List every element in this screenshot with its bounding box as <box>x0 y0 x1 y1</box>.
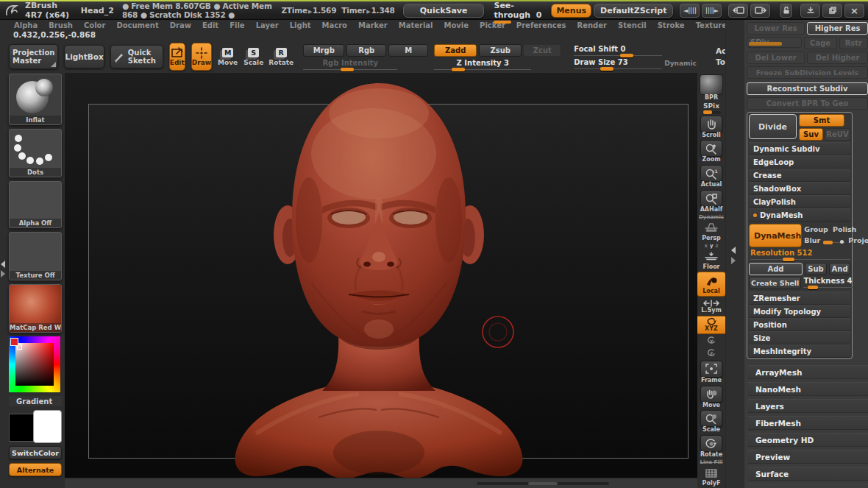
zscript-back-icon[interactable]: ◄|||| <box>680 4 700 18</box>
rotate-canvas-button[interactable]: Rotate <box>699 435 724 459</box>
rgb-intensity-slider[interactable]: Rgb Intensity <box>303 59 397 70</box>
menu-item[interactable]: Movie <box>439 21 475 29</box>
rgb-intensity-handle[interactable] <box>341 68 354 71</box>
menu-item[interactable]: File <box>224 21 250 29</box>
menus-button[interactable]: Menus <box>551 4 591 18</box>
zsub-button[interactable]: Zsub <box>479 44 522 57</box>
spix-handle[interactable] <box>702 111 721 114</box>
subpalette-header[interactable]: ShadowBox <box>749 182 850 195</box>
subpalette-header[interactable]: MeshIntegrity <box>749 344 850 358</box>
menu-item[interactable]: Stencil <box>613 21 652 29</box>
focal-shift-handle[interactable] <box>620 54 633 57</box>
and-mode-button[interactable]: And <box>829 263 850 275</box>
z-intensity-handle[interactable] <box>452 68 465 71</box>
subpalette-header[interactable]: ClayPolish <box>749 195 850 208</box>
polish-toggle[interactable]: Polish <box>833 225 856 233</box>
suv-toggle[interactable]: Suv <box>799 128 823 141</box>
current-texture-thumbnail[interactable]: Texture Off <box>9 232 62 280</box>
dynamesh-header[interactable]: DynaMesh <box>749 208 850 222</box>
canvas-scrollbar[interactable] <box>477 482 609 485</box>
right-tray-divider[interactable] <box>725 20 745 488</box>
zcut-button[interactable]: Zcut <box>524 45 561 56</box>
palette-header[interactable]: Deformation <box>748 484 868 488</box>
subpalette-header[interactable]: Size <box>749 331 850 344</box>
zscript-forward-icon[interactable]: ||||► <box>702 4 722 18</box>
menu-item[interactable]: Edit <box>197 21 224 29</box>
scale-canvas-button[interactable]: Scale <box>699 410 724 434</box>
rstr-button[interactable]: Rstr <box>839 37 868 49</box>
see-through-handle[interactable] <box>494 21 511 24</box>
aahalf-button[interactable]: AAHalf <box>699 190 724 213</box>
higher-res-button[interactable]: Higher Res <box>807 22 868 35</box>
switch-color-button[interactable]: SwitchColor <box>9 446 62 459</box>
actual-size-button[interactable]: :1 Actual <box>699 165 724 188</box>
menu-item[interactable]: Marker <box>353 21 394 29</box>
default-zscript-button[interactable]: DefaultZScript <box>594 4 673 18</box>
sdiv-slider[interactable]: SDiv <box>747 37 802 48</box>
del-higher-button[interactable]: Del Higher <box>807 52 868 64</box>
subpalette-header[interactable]: EdgeLoop <box>749 155 850 169</box>
freeze-subdivision-button[interactable]: Freeze SubDivision Levels <box>747 66 868 79</box>
dynamesh-button[interactable]: DynaMesh <box>749 224 802 247</box>
subpalette-header[interactable]: ZRemesher <box>749 291 850 305</box>
left-tray-toggle-icon[interactable] <box>728 4 748 18</box>
floor-axes[interactable]: xyz <box>704 244 718 249</box>
convert-bpr-button[interactable]: Convert BPR To Geo <box>747 97 868 110</box>
projection-master-button[interactable]: Projection Master <box>9 44 58 69</box>
current-alpha-thumbnail[interactable]: Alpha Off <box>9 181 62 228</box>
cage-button[interactable]: Cage <box>804 37 837 49</box>
reconstruct-subdiv-button[interactable]: Reconstruct Subdiv <box>747 82 868 95</box>
right-tray-toggle-icon[interactable] <box>750 4 770 18</box>
menu-item[interactable]: Macro <box>317 21 353 29</box>
resolution-slider[interactable]: Resolution 512 <box>750 249 850 260</box>
sculpt-model[interactable] <box>65 73 697 478</box>
dynamic-mode-label[interactable]: Dynamic <box>664 60 697 67</box>
menu-item[interactable]: Material <box>394 21 439 29</box>
menu-item[interactable]: Brush <box>43 21 79 29</box>
scroll-button[interactable]: Scroll <box>699 116 724 139</box>
zoom-button[interactable]: Zoom <box>699 140 724 163</box>
menu-item[interactable]: Render <box>572 21 613 29</box>
create-shell-button[interactable]: Create Shell <box>749 277 801 289</box>
scale-gyro-button[interactable]: S Scale <box>243 48 263 66</box>
menu-item[interactable]: Alpha <box>9 21 43 29</box>
palette-header[interactable]: Geometry HD <box>748 433 868 447</box>
lsym-button[interactable]: L.Sym <box>699 298 724 314</box>
polyframe-button[interactable]: Line Fill PolyF <box>699 460 724 487</box>
minimize-icon[interactable] <box>800 4 820 18</box>
floor-button[interactable]: xyz Floor <box>699 244 724 271</box>
menu-item[interactable]: Layer <box>251 21 285 29</box>
lower-res-button[interactable]: Lower Res <box>747 22 805 35</box>
group-toggle[interactable]: Group <box>804 225 828 233</box>
see-through-slider[interactable]: See-through 0 <box>489 1 546 20</box>
sub-mode-button[interactable]: Sub <box>805 263 827 275</box>
palette-header[interactable]: ArrayMesh <box>748 365 868 379</box>
menu-item[interactable]: Color <box>79 21 111 29</box>
zadd-button[interactable]: Zadd <box>434 44 477 57</box>
add-mode-button[interactable]: Add <box>749 263 803 275</box>
z-rotate-button[interactable]: Z <box>699 348 724 359</box>
right-tray-divider-handle[interactable] <box>731 247 736 264</box>
menu-item[interactable]: Document <box>111 21 164 29</box>
lightbox-button[interactable]: LightBox <box>64 45 104 68</box>
subpalette-header[interactable]: Dynamic Subdiv <box>749 142 850 155</box>
palette-header[interactable]: Surface <box>748 467 868 481</box>
subpalette-header[interactable]: Crease <box>749 169 850 182</box>
palette-header[interactable]: FiberMesh <box>748 416 868 430</box>
lock-icon[interactable] <box>780 4 792 18</box>
resolution-handle[interactable] <box>783 258 794 261</box>
alternate-button[interactable]: Alternate <box>9 463 62 476</box>
persp-button[interactable]: Dynamic Persp <box>699 215 724 242</box>
close-icon[interactable]: × <box>844 4 864 18</box>
bpr-render-button[interactable]: BPR <box>699 74 724 102</box>
spix-slider[interactable]: SPix <box>699 103 724 114</box>
draw-size-handle[interactable] <box>600 67 613 71</box>
subpalette-header[interactable]: Modify Topology <box>749 305 850 318</box>
quicksave-button[interactable]: QuickSave <box>403 4 485 18</box>
move-gyro-button[interactable]: M Move <box>218 48 238 66</box>
frame-button[interactable]: Frame <box>699 361 724 384</box>
edit-button[interactable]: Edit <box>169 43 185 71</box>
reuv-button[interactable]: ReUV <box>825 128 850 141</box>
y-rotate-button[interactable]: Y <box>699 336 724 347</box>
menu-item[interactable]: Preferences <box>511 21 572 29</box>
